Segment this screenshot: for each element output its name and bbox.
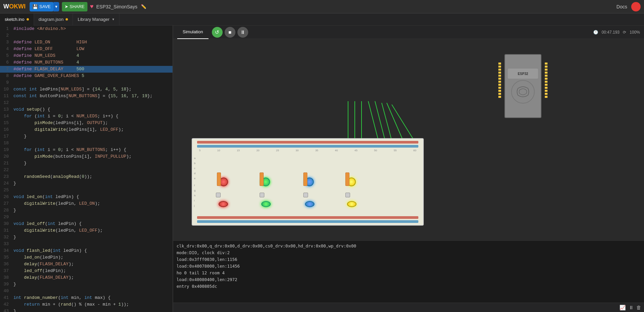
tab-diagram-json[interactable]: diagram.json [34,13,73,26]
tabs-row: sketch.ino diagram.json Library Manager … [0,13,644,26]
line-number: 23 [0,173,12,180]
line-number: 32 [0,234,12,241]
serial-clear-icon[interactable]: 🗑 [636,305,641,310]
clock-icon: 🕐 [593,30,598,35]
editor-panel: 1#include <Arduino.h>23#define LED_ON HI… [0,26,173,312]
line-code: return min + (rand() % (max - min + 1)); [12,301,173,308]
line-code: for (int i = 0; i < NUM_BUTTONS; i++) { [12,147,173,153]
line-number: 25 [0,187,12,194]
edit-project-name-icon[interactable]: ✏️ [141,4,146,9]
save-dropdown-button[interactable]: ▾ [53,2,59,11]
serial-monitor[interactable]: clk_drv:0x00,q_drv:0x00,d_drv:0x00,cs0_d… [173,240,644,303]
line-code [12,32,173,39]
project-name: ESP32_SimonSays [96,4,137,9]
code-line-8: 8#define GAME_OVER_FLASHES 5 [0,73,173,79]
line-code: #include <Arduino.h> [12,26,173,32]
tab-sketch-ino-label: sketch.ino [5,17,25,22]
line-code: digitalWrite(ledPin, LED_OFF); [12,227,173,234]
line-number: 33 [0,241,12,247]
line-code: pinMode(ledPins[i], OUTPUT); [12,120,173,126]
line-number: 22 [0,167,12,173]
code-line-17: 17 } [0,133,173,140]
line-number: 39 [0,281,12,288]
serial-chart-icon[interactable]: 📈 [619,305,626,311]
line-number: 19 [0,147,12,153]
tab-library-manager[interactable]: Library Manager ▾ [73,13,119,26]
code-line-22: 22 [0,167,173,173]
tab-library-manager-dropdown-icon: ▾ [112,17,114,22]
simulation-timer-bar: 🕐 00:47.193 ⟳ 100% [593,30,640,35]
line-number: 3 [0,39,12,46]
line-number: 24 [0,180,12,187]
code-line-12: 12 [0,100,173,106]
led-green-bottom [261,201,271,207]
button-yellow[interactable] [345,193,350,197]
line-number: 7 [0,66,12,73]
line-code: #define NUM_BUTTONS 4 [12,59,173,66]
user-avatar[interactable] [631,2,641,11]
share-label: SHARE [70,4,85,9]
serial-line: clk_drv:0x00,q_drv:0x00,d_drv:0x00,cs0_d… [177,243,641,249]
docs-button[interactable]: Docs [616,4,627,9]
save-button[interactable]: 💾 SAVE [30,2,53,11]
line-number: 21 [0,160,12,167]
line-code: pinMode(buttonPins[i], INPUT_PULLUP); [12,153,173,160]
code-line-39: 39} [0,281,173,288]
stop-button[interactable]: ■ [225,27,235,38]
code-line-30: 30void led_off(int ledPin) { [0,221,173,227]
breadboard: 51015202530354045505560 abcdefghij [192,138,424,226]
code-line-28: 28} [0,207,173,214]
line-number: 43 [0,308,12,312]
line-number: 14 [0,113,12,120]
simulation-tab-label: Simulation [183,29,203,34]
button-green[interactable] [260,193,264,197]
serial-line: load:0x40078000,len:11456 [177,263,641,270]
line-code: randomSeed(analogRead(0)); [12,173,173,180]
line-number: 35 [0,254,12,261]
main-layout: 1#include <Arduino.h>23#define LED_ON HI… [0,26,644,312]
line-number: 42 [0,301,12,308]
button-red[interactable] [216,193,221,197]
code-line-27: 27 digitalWrite(ledPin, LED_ON); [0,200,173,207]
line-number: 18 [0,140,12,147]
code-line-2: 2 [0,32,173,39]
line-number: 37 [0,268,12,274]
right-panel: Simulation ↺ ■ ⏸ 🕐 00:47.193 ⟳ 100% ESP3… [173,26,644,312]
line-number: 41 [0,295,12,301]
line-code: const int ledPins[NUM_LEDS] = {14, 4, 5,… [12,86,173,93]
simulation-canvas[interactable]: ESP32 [173,39,644,240]
line-number: 1 [0,26,12,32]
line-code [12,214,173,221]
code-line-11: 11const int buttonPins[NUM_BUTTONS] = {1… [0,93,173,100]
line-code: const int buttonPins[NUM_BUTTONS] = {15,… [12,93,173,100]
line-number: 16 [0,126,12,133]
line-code: led_on(ledPin); [12,254,173,261]
restart-button[interactable]: ↺ [212,27,223,38]
share-button[interactable]: ➤ SHARE [62,2,87,11]
tab-sketch-ino-modified [27,18,29,21]
button-blue[interactable] [303,193,308,197]
code-editor[interactable]: 1#include <Arduino.h>23#define LED_ON HI… [0,26,173,312]
simulation-tab[interactable]: Simulation [177,26,209,39]
line-code: #define GAME_OVER_FLASHES 5 [12,73,173,79]
code-line-36: 36 delay(FLASH_DELAY); [0,261,173,268]
line-number: 9 [0,79,12,86]
line-number: 12 [0,100,12,106]
line-number: 5 [0,52,12,59]
serial-pause-icon[interactable]: ⏸ [629,305,634,310]
pause-button[interactable]: ⏸ [237,27,248,38]
favorite-button[interactable]: ♥ [90,3,94,10]
tab-sketch-ino[interactable]: sketch.ino [0,13,34,26]
line-code: digitalWrite(ledPin, LED_ON); [12,200,173,207]
line-code: #define LED_ON HIGH [12,39,173,46]
line-code [12,100,173,106]
led-red-bottom [219,201,228,207]
line-code: } [12,133,173,140]
code-line-15: 15 pinMode(ledPins[i], OUTPUT); [0,120,173,126]
line-code: } [12,281,173,288]
code-line-34: 34void flash_led(int ledPin) { [0,247,173,254]
line-number: 28 [0,207,12,214]
line-code [12,241,173,247]
code-line-3: 3#define LED_ON HIGH [0,39,173,46]
line-number: 6 [0,59,12,66]
